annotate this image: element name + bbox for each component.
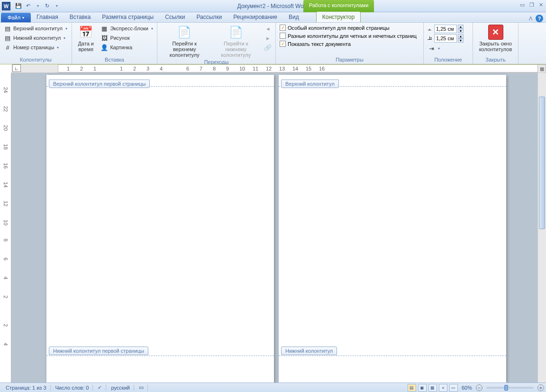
header-tag: Верхний колонтитул первой страницы	[49, 80, 150, 88]
page-1[interactable]: Верхний колонтитул первой страницы Нижни…	[46, 75, 274, 383]
minimize-icon[interactable]: ▭	[520, 2, 525, 8]
group-label: Положение	[426, 56, 471, 63]
page-2[interactable]: Верхний колонтитул Нижний колонтитул	[279, 75, 506, 383]
minimize-ribbon-icon[interactable]: ᐱ	[529, 16, 533, 22]
tab-design[interactable]: Конструктор	[316, 11, 361, 22]
page-number-button[interactable]: #Номер страницы	[2, 43, 69, 52]
picture-button[interactable]: 🖼Рисунок	[99, 33, 155, 43]
ribbon-tabs: Файл▾ Главная Вставка Разметка страницы …	[0, 12, 546, 23]
context-tab-header: Работа с колонтитулами	[303, 0, 374, 12]
footer-position-spinner[interactable]: ⫡▲▼	[426, 34, 464, 43]
header-icon: ▤	[4, 25, 11, 32]
datetime-button[interactable]: 📅 Дата и время	[74, 24, 98, 53]
qat-customize[interactable]	[52, 2, 61, 10]
zoom-in-icon[interactable]: +	[537, 384, 544, 391]
tab-home[interactable]: Главная	[31, 12, 64, 22]
quick-access-toolbar: 💾 ↶ ↻	[14, 2, 61, 10]
page-status[interactable]: Страница: 1 из 3	[2, 385, 51, 391]
draft-view-icon[interactable]: ▭	[449, 384, 458, 392]
app-icon: W	[2, 2, 10, 10]
print-layout-view-icon[interactable]: ▤	[408, 384, 416, 392]
redo-icon[interactable]: ↻	[43, 2, 51, 10]
close-icon[interactable]: ✕	[539, 2, 543, 8]
zoom-level[interactable]: 60%	[462, 385, 472, 391]
doc-up-icon: 📄	[177, 25, 192, 40]
position-top-icon: ⫠	[426, 25, 433, 33]
footer-tag: Нижний колонтитул	[281, 347, 337, 355]
web-layout-view-icon[interactable]: ▦	[428, 384, 437, 392]
proofing-icon[interactable]: ✓	[94, 384, 106, 391]
scrollbar-thumb[interactable]	[539, 97, 545, 229]
ruler-toggle-icon[interactable]: ▦	[537, 64, 546, 73]
clipart-icon: 👤	[100, 44, 108, 51]
quick-parts-button[interactable]: ▦Экспресс-блоки	[99, 24, 155, 33]
zoom-slider[interactable]	[486, 387, 534, 389]
link-previous-button: 🔗	[262, 43, 273, 52]
undo-icon[interactable]: ↶	[24, 2, 32, 10]
group-label: Параметры	[278, 56, 421, 63]
blocks-icon: ▦	[100, 25, 108, 32]
tab-selector[interactable]: ∟	[12, 64, 21, 72]
doc-down-icon: 📄	[228, 25, 244, 40]
header-position-spinner[interactable]: ⫠▲▼	[426, 25, 464, 33]
header-tag: Верхний колонтитул	[281, 80, 339, 88]
fullscreen-view-icon[interactable]: ▣	[418, 384, 427, 392]
picture-icon: 🖼	[100, 34, 108, 42]
horizontal-ruler[interactable]: ∟ 121 123 467 8910 111213 141516 ▦	[11, 64, 546, 73]
vertical-scrollbar[interactable]	[537, 73, 546, 383]
word-count[interactable]: Число слов: 0	[52, 385, 93, 391]
zoom-out-icon[interactable]: −	[476, 384, 482, 391]
prev-section-button: ◂	[262, 24, 273, 33]
close-x-icon: ✕	[488, 25, 503, 40]
page-number-icon: #	[4, 44, 11, 51]
statusbar: Страница: 1 из 3 Число слов: 0 ✓ русский…	[0, 383, 546, 392]
tab-view[interactable]: Вид	[283, 12, 305, 22]
tab-references[interactable]: Ссылки	[159, 12, 191, 22]
odd-even-checkbox[interactable]: Разные колонтитулы для четных и нечетных…	[278, 32, 419, 40]
vertical-ruler[interactable]: 2422 2018 1614 1210 86 42 24	[0, 73, 11, 383]
language-status[interactable]: русский	[107, 385, 134, 391]
group-label: Вставка	[74, 56, 155, 63]
window-title: Документ2 - Microsoft Word	[237, 3, 309, 9]
help-icon[interactable]: ?	[536, 15, 543, 22]
document-area[interactable]: Верхний колонтитул первой страницы Нижни…	[11, 73, 537, 383]
show-text-checkbox[interactable]: ✓Показать текст документа	[278, 40, 419, 48]
close-header-footer-button[interactable]: ✕ Закрыть окно колонтитулов	[475, 24, 516, 53]
checkbox-checked-icon: ✓	[280, 25, 286, 31]
tab-review[interactable]: Рецензирование	[228, 12, 283, 22]
next-section-button: ▸	[262, 33, 273, 43]
window-controls: ▭ ❐ ✕	[520, 2, 543, 8]
workspace: 2422 2018 1614 1210 86 42 24 Верхний кол…	[0, 73, 546, 383]
goto-header-button[interactable]: 📄 Перейти к верхнему колонтитулу	[159, 24, 210, 59]
footer-button[interactable]: ▤Нижний колонтитул	[2, 33, 69, 43]
undo-dropdown[interactable]	[33, 2, 42, 10]
ribbon: ▤Верхний колонтитул ▤Нижний колонтитул #…	[0, 23, 546, 64]
clipart-button[interactable]: 👤Картинка	[99, 43, 155, 52]
goto-footer-button: 📄 Перейти к нижнему колонтитулу	[211, 24, 262, 59]
overtype-icon[interactable]: ▭	[135, 384, 148, 391]
insert-tab-button[interactable]: ⇥	[426, 44, 464, 53]
checkbox-checked-icon: ✓	[280, 41, 286, 47]
outline-view-icon[interactable]: ≡	[439, 384, 447, 392]
save-icon[interactable]: 💾	[14, 2, 23, 10]
footer-icon: ▤	[4, 34, 11, 42]
restore-icon[interactable]: ❐	[529, 2, 534, 8]
zoom-thumb[interactable]	[504, 385, 508, 391]
file-tab[interactable]: Файл▾	[1, 13, 31, 22]
tab-layout[interactable]: Разметка страницы	[96, 12, 159, 22]
group-label: Закрыть	[475, 56, 516, 63]
footer-tag: Нижний колонтитул первой страницы	[49, 347, 148, 355]
titlebar: W 💾 ↶ ↻ Документ2 - Microsoft Word Работ…	[0, 0, 546, 12]
tab-mailings[interactable]: Рассылки	[191, 12, 228, 22]
tab-insert[interactable]: Вставка	[64, 12, 97, 22]
tab-icon: ⇥	[428, 45, 435, 52]
calendar-icon: 📅	[78, 25, 93, 40]
first-page-checkbox[interactable]: ✓Особый колонтитул для первой страницы	[278, 24, 419, 32]
group-label: Колонтитулы	[2, 56, 70, 63]
position-bottom-icon: ⫡	[426, 35, 433, 42]
header-button[interactable]: ▤Верхний колонтитул	[2, 24, 69, 33]
checkbox-icon	[280, 33, 286, 39]
